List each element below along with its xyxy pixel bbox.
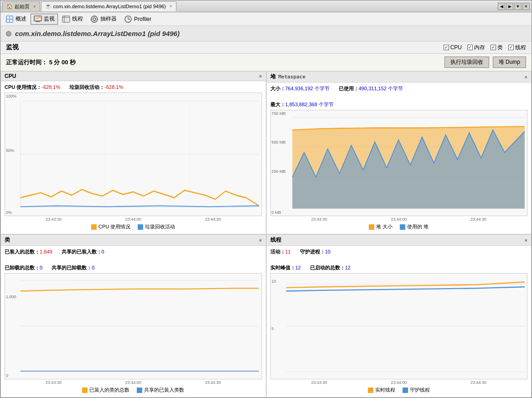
checkbox-threads[interactable]: ✓ 线程 xyxy=(508,44,526,52)
heap-legend: 堆 大小 使用的 堆 xyxy=(270,222,528,231)
heap-panel-close[interactable]: × xyxy=(525,74,527,80)
threads-legend: 实时线程 守护线程 xyxy=(270,385,528,394)
cpu-panel: CPU × CPU 使用情况：-628.1% 垃圾回收活动：-628.1% xyxy=(0,71,266,234)
tab-demo[interactable]: ☕ com.xin.demo.listdemo.ArrayListDemo1 (… xyxy=(41,1,176,11)
heap-used-label: 已使用： xyxy=(339,86,359,91)
heap-y0: 0 MB xyxy=(272,210,281,215)
toolbar-threads[interactable]: 线程 xyxy=(59,14,86,25)
threads-started-stat: 已启动的总数：12 xyxy=(310,264,351,271)
classes-legend-total-label: 已装入的类的总数 xyxy=(89,387,129,393)
threads-panel-close[interactable]: × xyxy=(525,238,527,243)
toolbar-monitor[interactable]: 监视 xyxy=(31,14,58,25)
heap-max-stat: 最大：1,853,882,368 个字节 xyxy=(270,102,334,107)
nav-right[interactable]: ▶ xyxy=(506,3,513,10)
cpu-checkbox-label: CPU xyxy=(450,44,462,51)
toolbar-overview-label: 概述 xyxy=(15,15,26,23)
threads-daemon-value: 10 xyxy=(325,249,331,254)
tab-home-label: 起始页 xyxy=(15,3,30,10)
tab-demo-close[interactable]: × xyxy=(170,4,172,9)
nav-down[interactable]: ▼ xyxy=(514,3,522,10)
threads-peak-value: 12 xyxy=(295,265,301,270)
classes-shared-unloaded-label: 共享的已卸载数： xyxy=(52,265,92,270)
nav-buttons: ◀ ▶ ▼ ✕ xyxy=(498,3,530,10)
heap-stats: 大小：764,936,192 个字节 已使用：490,311,152 个字节 最… xyxy=(270,85,528,108)
heap-legend-used-color xyxy=(400,224,405,230)
threads-chart-body: 活动：11 守护进程：10 实时峰值：12 已启动的总数：12 xyxy=(267,246,532,397)
threads-peak-stat: 实时峰值：12 xyxy=(270,264,301,271)
heap-used-stat: 已使用：490,311,152 个字节 xyxy=(339,85,403,92)
classes-checkbox[interactable]: ✓ xyxy=(491,45,496,50)
tab-home-close[interactable]: × xyxy=(33,4,36,9)
cpu-panel-close[interactable]: × xyxy=(259,73,262,79)
heap-x1: 23:43:30 xyxy=(311,217,327,222)
classes-panel-title-group: 类 xyxy=(5,236,10,244)
cpu-checkbox[interactable]: ✓ xyxy=(444,45,449,50)
content-area: com.xin.demo.listdemo.ArrayListDemo1 (pi… xyxy=(0,26,532,398)
memory-checkbox[interactable]: ✓ xyxy=(467,45,473,50)
cpu-legend-usage-label: CPU 使用情况 xyxy=(98,223,130,230)
threads-legend-live-color xyxy=(368,388,373,393)
toolbar-monitor-label: 监视 xyxy=(44,15,55,23)
heap-legend-size: 堆 大小 xyxy=(369,223,393,230)
heap-legend-size-color xyxy=(369,224,374,230)
classes-legend-shared: 共享的已装入类数 xyxy=(137,387,184,393)
toolbar-profiler[interactable]: Profiler xyxy=(121,14,155,25)
threads-stats-row2: 实时峰值：12 已启动的总数：12 xyxy=(270,264,528,271)
heap-used-value: 490,311,152 个字节 xyxy=(359,86,403,91)
heap-panel-header: 堆 Metaspace × xyxy=(267,72,532,83)
classes-legend-total: 已装入的类的总数 xyxy=(82,387,129,393)
threads-started-value: 12 xyxy=(345,265,351,270)
checkbox-cpu[interactable]: ✓ CPU xyxy=(444,44,462,51)
threads-checkbox[interactable]: ✓ xyxy=(508,45,514,50)
classes-y0: 0 xyxy=(6,373,8,378)
threads-stats: 活动：11 守护进程：10 实时峰值：12 已启动的总数：12 xyxy=(270,248,528,271)
threads-y5: 5 xyxy=(272,326,274,331)
toolbar-overview[interactable]: 概述 xyxy=(2,14,30,25)
sampler-icon xyxy=(90,15,98,23)
nav-close[interactable]: ✕ xyxy=(522,3,530,10)
cpu-usage-label: CPU 使用情况： xyxy=(5,84,41,90)
overview-icon xyxy=(5,15,14,23)
threads-panel-title-group: 线程 xyxy=(270,236,281,244)
runtime-info: 正常运行时间： 5 分 00 秒 xyxy=(6,58,76,67)
classes-shared-unloaded-stat: 共享的已卸载数：0 xyxy=(52,264,94,271)
checkbox-memory[interactable]: ✓ 内存 xyxy=(467,44,485,52)
classes-x1: 23:43:30 xyxy=(46,380,62,385)
nav-left[interactable]: ◀ xyxy=(498,3,505,10)
classes-panel-close[interactable]: × xyxy=(259,238,262,243)
heap-chart-body: 大小：764,936,192 个字节 已使用：490,311,152 个字节 最… xyxy=(267,83,532,234)
runtime-value: 5 分 00 秒 xyxy=(49,59,76,66)
classes-panel: 类 × 已装入的总数：1,649 共享的已装入数：0 xyxy=(0,234,266,398)
classes-unloaded-value: 0 xyxy=(40,265,42,270)
toolbar-sampler[interactable]: 抽样器 xyxy=(87,14,120,25)
profiler-icon xyxy=(124,15,132,23)
threads-legend-daemon: 守护线程 xyxy=(403,387,430,393)
heap-chart-area: 750 MB 500 MB 250 MB 0 MB xyxy=(270,110,528,216)
threads-y10: 10 xyxy=(272,279,276,284)
cpu-legend-usage-color xyxy=(91,224,97,230)
cpu-usage-value: -628.1% xyxy=(41,84,60,90)
heap-legend-used: 使用的 堆 xyxy=(400,223,429,230)
heap-dump-button[interactable]: 堆 Dump xyxy=(493,57,526,68)
tab-home[interactable]: 🏠 起始页 × xyxy=(2,1,40,11)
cpu-legend: CPU 使用情况 垃圾回收活动 xyxy=(5,222,262,231)
monitor-header: 监视 ✓ CPU ✓ 内存 ✓ 类 ✓ 线程 xyxy=(0,41,532,54)
cpu-stats: CPU 使用情况：-628.1% 垃圾回收活动：-628.1% xyxy=(5,84,262,91)
classes-x-labels: 23:43:30 23:44:00 23:44:30 xyxy=(5,380,262,385)
heap-y500: 500 MB xyxy=(272,140,286,145)
monitor-icon xyxy=(34,15,42,23)
heap-y250: 250 MB xyxy=(272,169,286,174)
classes-panel-header: 类 × xyxy=(1,235,266,246)
heap-panel-title-group: 堆 Metaspace xyxy=(270,73,306,81)
heap-panel: 堆 Metaspace × 大小：764,936,192 个字节 已使用：490… xyxy=(266,71,532,234)
heap-size-label: 大小： xyxy=(270,86,285,91)
action-buttons: 执行垃圾回收 堆 Dump xyxy=(444,57,526,68)
gc-button[interactable]: 执行垃圾回收 xyxy=(444,57,489,68)
charts-grid: CPU × CPU 使用情况：-628.1% 垃圾回收活动：-628.1% xyxy=(0,71,532,398)
threads-active-value: 11 xyxy=(285,249,291,254)
heap-x-labels: 23:43:30 23:44:00 23:44:30 xyxy=(270,217,528,222)
threads-legend-daemon-label: 守护线程 xyxy=(410,387,430,393)
classes-unloaded-stat: 已卸载的总数：0 xyxy=(5,264,42,271)
classes-stats-row2: 已卸载的总数：0 共享的已卸载数：0 xyxy=(5,264,262,271)
checkbox-classes[interactable]: ✓ 类 xyxy=(491,44,503,52)
